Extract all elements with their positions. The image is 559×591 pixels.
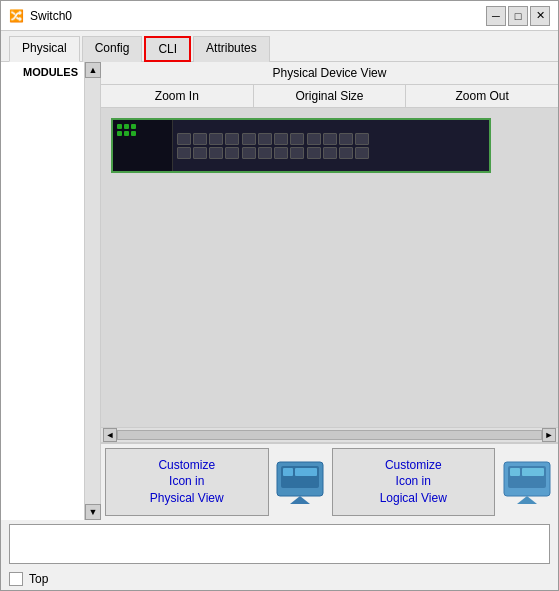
port-9[interactable]: [242, 133, 256, 145]
svg-marker-4: [290, 496, 310, 504]
scrollbar-track[interactable]: [117, 430, 542, 440]
horizontal-scrollbar: ◄ ►: [101, 427, 558, 443]
port-7[interactable]: [209, 147, 223, 159]
original-size-button[interactable]: Original Size: [254, 85, 407, 107]
device-icon-logical: [499, 457, 554, 507]
title-buttons: ─ □ ✕: [486, 6, 550, 26]
minimize-button[interactable]: ─: [486, 6, 506, 26]
port-6[interactable]: [193, 147, 207, 159]
bottom-buttons: Customize Icon in Physical View Cust: [101, 443, 558, 520]
tab-attributes[interactable]: Attributes: [193, 36, 270, 62]
tab-physical[interactable]: Physical: [9, 36, 80, 62]
customize-logical-button[interactable]: Customize Icon in Logical View: [332, 448, 496, 516]
sidebar-scroll-down[interactable]: ▼: [85, 504, 101, 520]
port-row-bottom-2: [242, 147, 304, 159]
switch-left-panel: [113, 120, 173, 171]
svg-rect-3: [295, 468, 317, 476]
led-6: [131, 131, 136, 136]
top-checkbox[interactable]: [9, 572, 23, 586]
port-13[interactable]: [242, 147, 256, 159]
led-2: [124, 124, 129, 129]
zoom-in-button[interactable]: Zoom In: [101, 85, 254, 107]
svg-rect-7: [510, 468, 520, 476]
content-area: MODULES ▲ ▼ Physical Device View Zoom In…: [1, 62, 558, 520]
port-17[interactable]: [307, 133, 321, 145]
svg-marker-9: [517, 496, 537, 504]
port-21[interactable]: [307, 147, 321, 159]
window-title: Switch0: [30, 9, 72, 23]
port-15[interactable]: [274, 147, 288, 159]
switch-ports: [173, 129, 489, 163]
text-area-input[interactable]: [10, 525, 549, 563]
svg-rect-8: [522, 468, 544, 476]
port-24[interactable]: [355, 147, 369, 159]
tab-cli[interactable]: CLI: [144, 36, 191, 62]
main-window: 🔀 Switch0 ─ □ ✕ Physical Config CLI Attr…: [0, 0, 559, 591]
port-11[interactable]: [274, 133, 288, 145]
title-bar: 🔀 Switch0 ─ □ ✕: [1, 1, 558, 31]
main-panel: Physical Device View Zoom In Original Si…: [101, 62, 558, 520]
device-icon-physical: [273, 457, 328, 507]
port-group-3: [307, 133, 369, 159]
svg-rect-2: [283, 468, 293, 476]
port-row-bottom-3: [307, 147, 369, 159]
switch-device-image: [111, 118, 491, 173]
window-icon: 🔀: [9, 9, 24, 23]
port-row-top-3: [307, 133, 369, 145]
device-view-title: Physical Device View: [101, 62, 558, 84]
port-group-1: [177, 133, 239, 159]
zoom-buttons: Zoom In Original Size Zoom Out: [101, 84, 558, 108]
port-14[interactable]: [258, 147, 272, 159]
maximize-button[interactable]: □: [508, 6, 528, 26]
customize-physical-button[interactable]: Customize Icon in Physical View: [105, 448, 269, 516]
device-canvas: [101, 108, 558, 427]
port-20[interactable]: [355, 133, 369, 145]
sidebar: MODULES ▲ ▼: [1, 62, 101, 520]
close-button[interactable]: ✕: [530, 6, 550, 26]
device-icon-svg-physical: [275, 460, 325, 504]
port-row-top-1: [177, 133, 239, 145]
port-22[interactable]: [323, 147, 337, 159]
text-area[interactable]: [9, 524, 550, 564]
port-16[interactable]: [290, 147, 304, 159]
port-5[interactable]: [177, 147, 191, 159]
port-2[interactable]: [193, 133, 207, 145]
led-3: [131, 124, 136, 129]
port-18[interactable]: [323, 133, 337, 145]
led-5: [124, 131, 129, 136]
port-row-top-2: [242, 133, 304, 145]
sidebar-scroll-up[interactable]: ▲: [85, 62, 101, 78]
title-bar-left: 🔀 Switch0: [9, 9, 72, 23]
port-23[interactable]: [339, 147, 353, 159]
top-label: Top: [29, 572, 48, 586]
scroll-right-arrow[interactable]: ►: [542, 428, 556, 442]
led-row-2: [117, 131, 168, 136]
port-19[interactable]: [339, 133, 353, 145]
port-group-2: [242, 133, 304, 159]
port-3[interactable]: [209, 133, 223, 145]
tab-bar: Physical Config CLI Attributes: [1, 31, 558, 62]
led-4: [117, 131, 122, 136]
port-10[interactable]: [258, 133, 272, 145]
port-4[interactable]: [225, 133, 239, 145]
port-1[interactable]: [177, 133, 191, 145]
port-12[interactable]: [290, 133, 304, 145]
port-8[interactable]: [225, 147, 239, 159]
device-icon-svg-logical: [502, 460, 552, 504]
sidebar-scrollbar: ▲ ▼: [84, 62, 100, 520]
led-row-1: [117, 124, 168, 129]
zoom-out-button[interactable]: Zoom Out: [406, 85, 558, 107]
port-row-bottom-1: [177, 147, 239, 159]
scroll-left-arrow[interactable]: ◄: [103, 428, 117, 442]
tab-config[interactable]: Config: [82, 36, 143, 62]
footer: Top: [1, 568, 558, 590]
sidebar-label: MODULES: [23, 66, 78, 78]
led-1: [117, 124, 122, 129]
